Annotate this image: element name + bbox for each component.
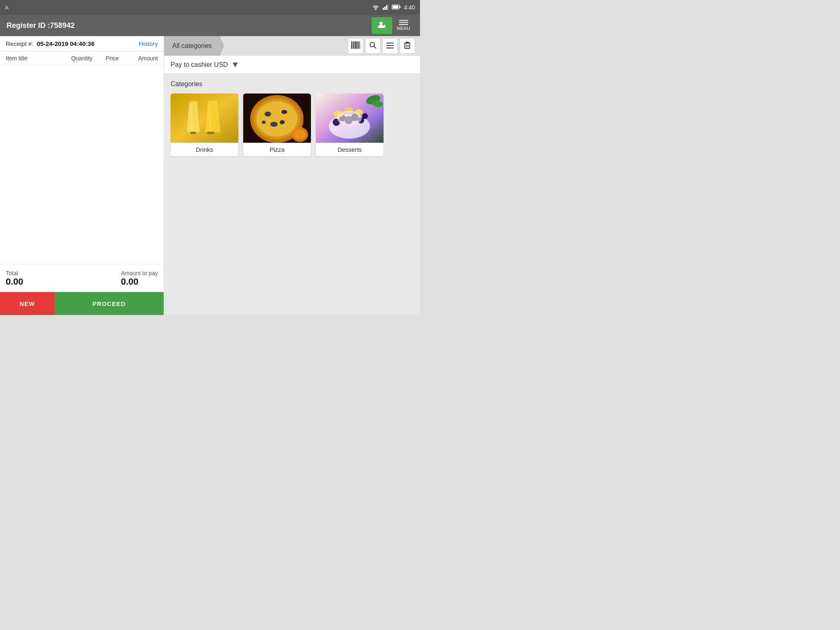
svg-rect-0 bbox=[383, 8, 384, 10]
status-right: 4:40 bbox=[372, 4, 415, 11]
col-header-price: Price bbox=[97, 55, 128, 62]
svg-point-41 bbox=[281, 110, 287, 114]
col-header-amount: Amount bbox=[128, 55, 158, 62]
delete-button[interactable] bbox=[399, 38, 415, 54]
register-number: 758942 bbox=[50, 21, 75, 30]
receipt-footer: Total 0.00 Amount to pay 0.00 bbox=[0, 265, 164, 292]
register-id-section: Register ID :758942 bbox=[7, 21, 75, 30]
categories-label: Categories bbox=[171, 80, 413, 88]
list-icon bbox=[386, 42, 394, 50]
payment-bar: Pay to cashier USD ▼ bbox=[164, 56, 420, 74]
signal-icon bbox=[383, 4, 388, 11]
svg-point-40 bbox=[265, 112, 271, 116]
barcode-button[interactable] bbox=[348, 38, 363, 54]
svg-rect-10 bbox=[351, 41, 352, 49]
svg-point-7 bbox=[379, 22, 383, 25]
payment-dropdown[interactable]: Pay to cashier USD ▼ bbox=[171, 60, 239, 69]
list-view-button[interactable] bbox=[382, 38, 398, 54]
svg-rect-24 bbox=[405, 43, 410, 48]
svg-point-19 bbox=[370, 42, 374, 47]
desserts-label: Desserts bbox=[316, 143, 383, 156]
svg-rect-11 bbox=[352, 41, 353, 49]
battery-icon bbox=[392, 4, 401, 11]
app-letter: A bbox=[5, 5, 9, 11]
amount-to-pay-label: Amount to pay bbox=[121, 270, 158, 276]
svg-rect-13 bbox=[354, 41, 355, 49]
svg-rect-33 bbox=[207, 132, 215, 134]
svg-rect-16 bbox=[358, 41, 358, 49]
left-panel: Receipt #: 05-24-2019 04:40:36 History I… bbox=[0, 36, 164, 315]
main-layout: Receipt #: 05-24-2019 04:40:36 History I… bbox=[0, 36, 420, 315]
search-button[interactable] bbox=[365, 38, 381, 54]
svg-point-32 bbox=[208, 100, 218, 103]
svg-point-44 bbox=[262, 121, 266, 124]
menu-label: MENU bbox=[397, 26, 410, 31]
total-section: Total 0.00 bbox=[6, 270, 23, 287]
trash-icon bbox=[404, 41, 411, 51]
amount-to-pay-value: 0.00 bbox=[121, 276, 158, 287]
svg-rect-2 bbox=[386, 5, 387, 10]
total-label: Total bbox=[6, 270, 23, 276]
pizza-label: Pizza bbox=[243, 143, 311, 156]
svg-rect-6 bbox=[399, 6, 401, 8]
all-categories-tab[interactable]: All categories bbox=[164, 36, 220, 56]
top-bar: Register ID :758942 MENU bbox=[0, 15, 420, 36]
svg-rect-1 bbox=[384, 7, 386, 10]
right-toolbar bbox=[348, 38, 420, 54]
receipt-label: Receipt #: bbox=[6, 40, 34, 47]
top-bar-controls: MENU bbox=[372, 17, 413, 34]
svg-marker-31 bbox=[205, 102, 221, 132]
history-link[interactable]: History bbox=[139, 40, 158, 47]
svg-point-43 bbox=[280, 120, 285, 124]
right-top-bar: All categories bbox=[164, 36, 420, 56]
right-panel: All categories bbox=[164, 36, 420, 315]
category-card-desserts[interactable]: Desserts bbox=[316, 94, 383, 156]
svg-point-39 bbox=[256, 101, 297, 137]
desserts-image bbox=[316, 94, 383, 143]
categories-grid: Drinks bbox=[171, 94, 413, 156]
drinks-image bbox=[171, 94, 238, 143]
total-value: 0.00 bbox=[6, 276, 23, 287]
proceed-button[interactable]: PROCEED bbox=[55, 292, 164, 315]
svg-line-20 bbox=[374, 46, 376, 48]
pizza-image bbox=[243, 94, 311, 143]
svg-point-62 bbox=[337, 111, 362, 126]
menu-button[interactable]: MENU bbox=[394, 17, 413, 34]
action-buttons: NEW PROCEED bbox=[0, 292, 164, 315]
drinks-label: Drinks bbox=[171, 143, 238, 156]
svg-rect-12 bbox=[353, 41, 354, 49]
svg-rect-17 bbox=[359, 41, 359, 49]
payment-method-label: Pay to cashier USD bbox=[171, 61, 228, 68]
category-card-drinks[interactable]: Drinks bbox=[171, 94, 238, 156]
add-customer-icon bbox=[377, 21, 386, 31]
amount-to-pay-section: Amount to pay 0.00 bbox=[121, 270, 158, 287]
status-left: A bbox=[5, 5, 9, 11]
category-card-pizza[interactable]: Pizza bbox=[243, 94, 311, 156]
wifi-icon bbox=[372, 4, 379, 11]
svg-rect-3 bbox=[388, 4, 388, 10]
clock: 4:40 bbox=[404, 4, 415, 11]
add-customer-button[interactable] bbox=[372, 17, 392, 34]
svg-rect-18 bbox=[360, 41, 360, 49]
svg-point-42 bbox=[270, 122, 278, 127]
svg-rect-27 bbox=[171, 94, 238, 143]
new-button[interactable]: NEW bbox=[0, 292, 55, 315]
col-header-item: Item title bbox=[6, 55, 66, 62]
svg-rect-15 bbox=[357, 41, 357, 49]
receipt-header: Receipt #: 05-24-2019 04:40:36 History bbox=[0, 36, 164, 52]
svg-rect-30 bbox=[190, 132, 196, 134]
svg-point-58 bbox=[362, 113, 368, 119]
svg-rect-5 bbox=[393, 5, 398, 9]
register-label: Register ID : bbox=[7, 21, 50, 30]
items-list bbox=[0, 65, 164, 265]
hamburger-icon bbox=[399, 20, 408, 25]
column-headers: Item title Quantity Price Amount bbox=[0, 52, 164, 65]
receipt-number: 05-24-2019 04:40:36 bbox=[37, 40, 139, 47]
dropdown-arrow-icon: ▼ bbox=[231, 60, 240, 69]
barcode-icon bbox=[351, 41, 360, 51]
categories-area: Categories bbox=[164, 74, 420, 315]
col-header-quantity: Quantity bbox=[66, 55, 97, 62]
status-bar: A 4:40 bbox=[0, 0, 420, 15]
svg-point-29 bbox=[189, 100, 197, 103]
svg-rect-14 bbox=[355, 41, 356, 49]
